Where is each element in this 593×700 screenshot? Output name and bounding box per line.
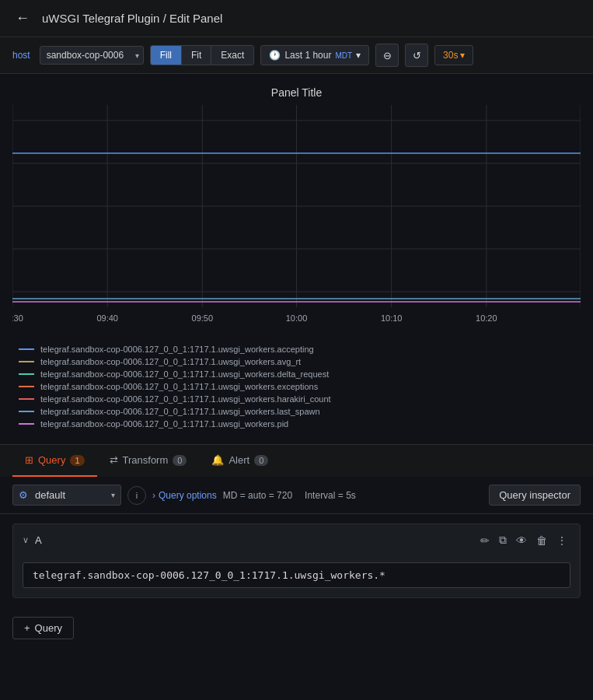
- chevron-down-icon: ∨: [23, 535, 29, 545]
- add-query-label: Query: [35, 622, 62, 634]
- query-options-meta: MD = auto = 720: [223, 490, 292, 501]
- plus-icon: +: [24, 622, 30, 634]
- toolbar: host sandbox-cop-0006 Fill Fit Exact 🕐 L…: [0, 37, 593, 74]
- expand-icon: ›: [152, 490, 155, 501]
- transform-tab-label: Transform: [123, 454, 169, 466]
- legend-label-avgrt: telegraf.sandbox-cop-0006.127_0_0_1:1717…: [40, 357, 301, 366]
- alert-tab-badge: 0: [254, 455, 268, 466]
- time-range-button[interactable]: 🕐 Last 1 hour MDT ▾: [260, 45, 369, 65]
- legend-item-lastspawn: telegraf.sandbox-cop-0006.127_0_0_1:1717…: [19, 407, 574, 416]
- edit-icon: ✏: [480, 534, 490, 547]
- legend-color-lastspawn: [19, 411, 34, 412]
- legend-color-delta: [19, 373, 34, 375]
- host-select[interactable]: sandbox-cop-0006: [40, 46, 144, 65]
- chart-title: Panel Title: [0, 86, 593, 99]
- datasource-row: ⚙ default i › Query options MD = auto = …: [0, 477, 593, 514]
- page-title: uWSGI Telegraf Plugin / Edit Panel: [42, 12, 222, 25]
- datasource-info-button[interactable]: i: [127, 486, 146, 505]
- svg-text:09:50: 09:50: [192, 313, 214, 323]
- legend-label-delta: telegraf.sandbox-cop-0006.127_0_0_1:1717…: [40, 369, 329, 379]
- query-options-interval: Interval = 5s: [305, 490, 356, 501]
- svg-text:09:30: 09:30: [12, 313, 23, 323]
- zoom-out-button[interactable]: ⊖: [375, 44, 399, 67]
- transform-tab-badge: 0: [173, 455, 187, 466]
- query-more-button[interactable]: ⋮: [553, 531, 570, 550]
- legend-color-pid: [19, 423, 34, 425]
- legend-item-exceptions: telegraf.sandbox-cop-0006.127_0_0_1:1717…: [19, 382, 574, 391]
- tabs-bar: ⊞ Query 1 ⇄ Transform 0 🔔 Alert 0: [0, 444, 593, 477]
- chevron-down-icon: ▾: [356, 50, 361, 61]
- legend-label-pid: telegraf.sandbox-cop-0006.127_0_0_1:1717…: [40, 419, 288, 429]
- legend-color-harakiri: [19, 398, 34, 400]
- svg-text:10:20: 10:20: [476, 313, 497, 323]
- tab-alert[interactable]: 🔔 Alert 0: [199, 445, 281, 477]
- legend-color-accepting: [19, 348, 34, 350]
- datasource-select[interactable]: default: [12, 485, 121, 506]
- fill-button[interactable]: Fill: [151, 46, 182, 65]
- chart-area: 2.0 Bil 1.5 Bil 1.0 Bil 500 Mil 0 09:30 …: [12, 105, 581, 338]
- query-delete-button[interactable]: 🗑: [533, 531, 550, 550]
- legend-color-avgrt: [19, 361, 34, 362]
- svg-text:10:10: 10:10: [381, 313, 403, 323]
- query-hide-button[interactable]: 👁: [513, 531, 530, 550]
- tab-query[interactable]: ⊞ Query 1: [12, 445, 97, 477]
- alert-tab-icon: 🔔: [211, 454, 224, 466]
- auto-refresh-button[interactable]: 30s ▾: [434, 45, 473, 65]
- zoom-out-icon: ⊖: [383, 50, 392, 61]
- back-button[interactable]: ←: [12, 7, 33, 30]
- duplicate-icon: ⧉: [499, 534, 507, 546]
- query-inspector-button[interactable]: Query inspector: [489, 485, 581, 506]
- fit-button[interactable]: Fit: [182, 46, 211, 65]
- chart-svg: 2.0 Bil 1.5 Bil 1.0 Bil 500 Mil 0 09:30 …: [12, 105, 581, 338]
- info-icon: i: [136, 491, 138, 500]
- legend-item-accepting: telegraf.sandbox-cop-0006.127_0_0_1:1717…: [19, 345, 574, 354]
- time-range-label: Last 1 hour: [284, 50, 331, 61]
- query-tab-badge: 1: [70, 455, 84, 466]
- legend-label-exceptions: telegraf.sandbox-cop-0006.127_0_0_1:1717…: [40, 382, 318, 391]
- query-a-label: A: [35, 534, 42, 546]
- host-label: host: [12, 50, 30, 61]
- sync-icon: ↺: [413, 50, 421, 61]
- chevron-down-icon: ▾: [460, 50, 465, 61]
- exact-button[interactable]: Exact: [211, 46, 253, 65]
- query-edit-button[interactable]: ✏: [477, 531, 493, 550]
- tab-transform[interactable]: ⇄ Transform 0: [97, 445, 200, 477]
- legend-label-lastspawn: telegraf.sandbox-cop-0006.127_0_0_1:1717…: [40, 407, 320, 416]
- query-options-label: Query options: [159, 490, 217, 501]
- query-tab-label: Query: [38, 454, 65, 466]
- legend-label-accepting: telegraf.sandbox-cop-0006.127_0_0_1:1717…: [40, 345, 314, 354]
- refresh-sync-button[interactable]: ↺: [405, 44, 428, 67]
- query-section-header-a: ∨ A ✏ ⧉ 👁 🗑 ⋮: [13, 524, 580, 556]
- add-query-button[interactable]: + Query: [12, 617, 74, 639]
- more-icon: ⋮: [556, 534, 567, 547]
- svg-text:10:00: 10:00: [286, 313, 308, 323]
- legend-item-pid: telegraf.sandbox-cop-0006.127_0_0_1:1717…: [19, 419, 574, 429]
- legend-item-avgrt: telegraf.sandbox-cop-0006.127_0_0_1:1717…: [19, 357, 574, 366]
- timezone-label: MDT: [335, 51, 352, 60]
- host-select-wrapper: sandbox-cop-0006: [40, 46, 144, 65]
- alert-tab-label: Alert: [228, 454, 249, 466]
- query-duplicate-button[interactable]: ⧉: [496, 530, 510, 550]
- query-panel: ⚙ default i › Query options MD = auto = …: [0, 477, 593, 649]
- query-section-a: ∨ A ✏ ⧉ 👁 🗑 ⋮: [12, 523, 581, 598]
- transform-tab-icon: ⇄: [110, 454, 118, 466]
- legend-label-harakiri: telegraf.sandbox-cop-0006.127_0_0_1:1717…: [40, 394, 331, 404]
- query-collapse-button[interactable]: ∨: [23, 535, 29, 545]
- legend-item-delta: telegraf.sandbox-cop-0006.127_0_0_1:1717…: [19, 369, 574, 379]
- clock-icon: 🕐: [269, 50, 281, 61]
- legend-item-harakiri: telegraf.sandbox-cop-0006.127_0_0_1:1717…: [19, 394, 574, 404]
- chart-legend: telegraf.sandbox-cop-0006.127_0_0_1:1717…: [0, 338, 593, 438]
- query-actions: ✏ ⧉ 👁 🗑 ⋮: [477, 530, 570, 550]
- query-tab-icon: ⊞: [25, 454, 33, 466]
- refresh-interval-label: 30s: [443, 50, 458, 61]
- legend-color-exceptions: [19, 386, 34, 387]
- svg-text:09:40: 09:40: [96, 313, 118, 323]
- chart-container: Panel Title 2.0 Bil 1.5 Bil 1.0 Bil 500 …: [0, 74, 593, 444]
- datasource-select-wrapper: ⚙ default: [12, 485, 121, 506]
- query-input[interactable]: [23, 562, 570, 588]
- trash-icon: 🗑: [536, 534, 547, 547]
- query-input-area: [13, 556, 580, 597]
- query-options-button[interactable]: › Query options: [152, 490, 217, 501]
- header: ← uWSGI Telegraf Plugin / Edit Panel: [0, 0, 593, 37]
- eye-icon: 👁: [516, 534, 527, 547]
